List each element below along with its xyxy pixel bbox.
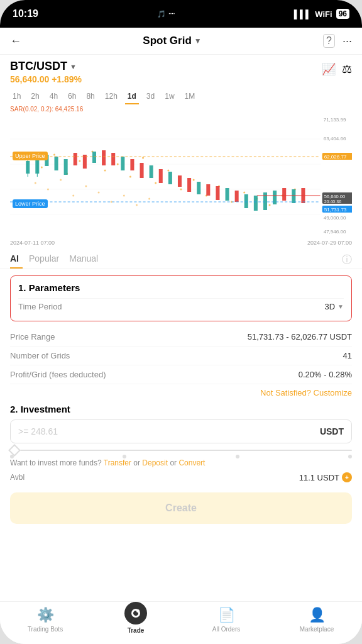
tab-3d[interactable]: 3d [144,89,157,104]
convert-link[interactable]: Convert [178,458,205,467]
lower-price-label: Lower Price [13,199,48,208]
all-orders-icon: 📄 [218,607,235,623]
svg-rect-57 [197,182,200,194]
nav-marketplace[interactable]: 👤 Marketplace [272,607,362,634]
battery-badge: 96 [336,9,349,19]
trade-inner-circle [131,609,140,618]
grids-row: Number of Grids 41 [10,347,352,365]
svg-point-11 [104,170,106,172]
main-content: ← Spot Grid ▼ ? ··· BTC/USDT ▼ 56,640.00… [0,28,362,644]
strategy-info-icon[interactable]: ⓘ [342,253,352,269]
price-range-value: 51,731.73 - 62,026.77 USDT [248,332,352,341]
profit-label: Profit/Grid (fees deducted) [10,370,106,379]
help-icon[interactable]: ? [323,34,335,48]
more-icon[interactable]: ··· [343,35,352,48]
status-time: 10:19 [13,8,38,19]
pair-action-icons: 📈 ⚖ [322,60,352,76]
slider-area[interactable] [0,450,362,451]
pair-dropdown-icon: ▼ [70,63,77,70]
svg-rect-46 [92,152,96,163]
svg-point-9 [79,160,80,162]
tab-1w[interactable]: 1w [162,89,177,104]
slider-track [10,450,352,451]
fund-text: Want to invest more funds? [10,458,102,467]
tab-1M[interactable]: 1M [182,89,198,104]
status-bar: 10:19 🎵 ···· ▌▌▌ WiFi 96 [0,0,362,28]
transfer-link[interactable]: Transfer [104,458,131,467]
investment-placeholder: >= 248.61 [18,426,58,436]
pair-left: BTC/USDT ▼ 56,640.00 +1.89% [10,60,82,84]
time-period-label: Time Period [18,302,62,311]
svg-rect-64 [263,192,267,210]
settings-icon[interactable]: ⚖ [342,62,352,76]
upper-price-label: Upper Price [13,152,48,160]
avbl-plus-icon[interactable]: + [342,472,352,482]
chart-area: 71,133.99 63,404.66 62,026.77 56,640.00 … [10,114,352,240]
svg-rect-56 [187,178,191,192]
tab-ai[interactable]: AI [10,253,19,269]
tab-2h[interactable]: 2h [28,89,41,104]
svg-text:71,133.99: 71,133.99 [324,117,346,123]
tab-6h[interactable]: 6h [65,89,79,104]
svg-point-15 [155,182,156,184]
pair-info: BTC/USDT ▼ 56,640.00 +1.89% 📈 ⚖ [0,55,362,87]
create-button[interactable]: Create [10,492,352,524]
price-range-label: Price Range [10,332,55,341]
svg-rect-50 [130,159,134,170]
nav-label-trade: Trade [128,627,145,634]
pair-price: 56,640.00 +1.89% [10,74,82,84]
svg-point-27 [35,182,36,184]
trade-icon [124,602,147,625]
svg-text:47,946.00: 47,946.00 [324,229,346,235]
svg-point-12 [117,164,119,165]
deposit-link[interactable]: Deposit [142,458,168,467]
svg-text:51,731.73: 51,731.73 [324,207,347,213]
svg-rect-49 [121,157,124,170]
bottom-nav: ⚙️ Trading Bots Trade 📄 All Orders 👤 Mar… [0,601,362,644]
tab-1h[interactable]: 1h [10,89,23,104]
tab-popular[interactable]: Popular [29,253,59,269]
svg-point-29 [60,179,62,181]
tab-4h[interactable]: 4h [47,89,60,104]
marketplace-icon: 👤 [309,607,326,623]
back-button[interactable]: ← [10,35,21,48]
slider-dot-2 [123,455,126,458]
price-range-row: Price Range 51,731.73 - 62,026.77 USDT [10,328,352,347]
sar-label: SAR(0.02, 0.2): 64,425.16 [0,104,362,114]
tab-8h[interactable]: 8h [84,89,97,104]
svg-rect-54 [168,172,172,184]
pair-name[interactable]: BTC/USDT ▼ [10,60,82,73]
time-period-value: 3D ▼ [324,302,344,311]
chart-date-left: 2024-07-11 07:00 [10,240,55,246]
svg-point-31 [85,186,87,187]
tab-manual[interactable]: Manual [69,253,98,269]
or-text-1: or [133,458,140,467]
chart-svg: 71,133.99 63,404.66 62,026.77 56,640.00 … [10,114,352,240]
dynamic-island: 🎵 ···· [141,6,191,21]
tab-12h[interactable]: 12h [102,89,120,104]
header-actions: ? ··· [323,34,352,48]
svg-rect-53 [159,169,163,183]
slider-dot-1 [10,455,14,458]
investment-input-box[interactable]: >= 248.61 USDT [10,419,352,443]
app-header: ← Spot Grid ▼ ? ··· [0,28,362,55]
page-title: Spot Grid [143,35,191,47]
time-period-tabs: 1h 2h 4h 6h 8h 12h 1d 3d 1w 1M [0,87,362,104]
nav-trade[interactable]: Trade [90,607,181,634]
svg-text:56,640.00: 56,640.00 [324,194,346,199]
time-period-row[interactable]: Time Period 3D ▼ [18,298,344,314]
chart-icon[interactable]: 📈 [322,62,336,76]
tab-1d[interactable]: 1d [125,89,139,104]
svg-rect-59 [216,186,219,200]
profit-value: 0.20% - 0.28% [299,370,352,379]
svg-rect-67 [292,189,295,203]
nav-all-orders[interactable]: 📄 All Orders [181,607,272,634]
svg-rect-51 [140,163,144,178]
trade-dot [136,609,140,613]
nav-label-all-orders: All Orders [212,626,240,633]
avbl-label: Avbl [10,473,25,482]
nav-trading-bots[interactable]: ⚙️ Trading Bots [0,607,90,634]
svg-rect-60 [226,188,229,201]
customize-link[interactable]: Not Satisfied? Customize [0,384,362,401]
svg-point-34 [123,195,125,197]
